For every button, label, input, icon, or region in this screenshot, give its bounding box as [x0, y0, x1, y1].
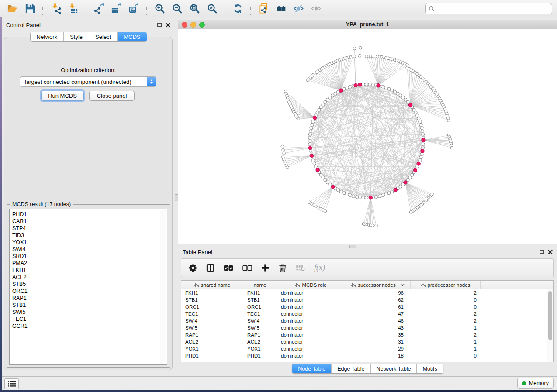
network-node[interactable] — [308, 133, 311, 136]
cell-successor-nodes[interactable]: 29 — [345, 346, 411, 351]
export-network-button[interactable] — [92, 2, 105, 15]
mcds-node[interactable] — [358, 83, 362, 86]
cell-name[interactable]: RAP1 — [243, 332, 277, 337]
network-node[interactable] — [314, 165, 317, 168]
mcds-result-item[interactable]: FKH1 — [12, 267, 158, 274]
network-node[interactable] — [331, 94, 334, 97]
network-node[interactable] — [387, 192, 391, 195]
network-node[interactable] — [365, 83, 368, 86]
network-node[interactable] — [391, 190, 394, 193]
cell-shared-name[interactable]: TEC1 — [181, 311, 243, 316]
network-node[interactable] — [282, 148, 285, 151]
cell-MCDS-role[interactable]: dominator — [277, 304, 345, 309]
network-node[interactable] — [355, 195, 358, 198]
new-network-from-selection-button[interactable] — [257, 2, 270, 15]
zoom-fit-button[interactable] — [188, 2, 201, 15]
network-list-button[interactable] — [4, 378, 19, 389]
network-node[interactable] — [352, 195, 355, 198]
cell-successor-nodes[interactable]: 47 — [345, 311, 411, 316]
import-network-button[interactable] — [49, 2, 62, 15]
network-node[interactable] — [311, 120, 315, 123]
network-node[interactable] — [324, 210, 327, 213]
mcds-result-item[interactable]: STB1 — [12, 302, 158, 309]
mcds-node[interactable] — [417, 162, 420, 165]
network-node[interactable] — [419, 159, 422, 162]
cell-successor-nodes[interactable]: 61 — [345, 304, 411, 309]
list-scrollbar[interactable] — [160, 210, 166, 364]
network-node[interactable] — [329, 183, 332, 186]
cell-successor-nodes[interactable]: 31 — [345, 339, 411, 344]
mcds-node[interactable] — [369, 196, 372, 199]
mcds-result-item[interactable]: PHD1 — [12, 211, 158, 218]
table-options-gear-button[interactable] — [189, 264, 197, 272]
network-node[interactable] — [375, 195, 378, 198]
network-node[interactable] — [353, 47, 356, 50]
cell-MCDS-role[interactable]: dominator — [277, 353, 345, 358]
import-table-button[interactable] — [66, 2, 80, 15]
cell-successor-nodes[interactable]: 18 — [345, 353, 411, 358]
network-node[interactable] — [286, 166, 289, 169]
cell-predecessor-nodes[interactable]: 2 — [411, 332, 481, 337]
mcds-node[interactable] — [339, 89, 343, 92]
table-row[interactable]: YOX1YOX1connector291 — [181, 345, 553, 352]
cell-shared-name[interactable]: FKH1 — [181, 290, 243, 296]
cell-successor-nodes[interactable]: 96 — [345, 290, 411, 296]
mcds-result-item[interactable]: YOX1 — [12, 239, 158, 246]
cell-name[interactable]: ACE2 — [243, 339, 277, 344]
float-table-panel-icon[interactable] — [540, 250, 544, 254]
tab-edge-table[interactable]: Edge Table — [331, 364, 370, 373]
cell-name[interactable]: FKH1 — [243, 290, 277, 296]
criterion-select[interactable]: largest connected component (undirected) — [20, 76, 156, 87]
tab-network-table[interactable]: Network Table — [370, 364, 417, 373]
mcds-node[interactable] — [404, 181, 407, 184]
column-header-shared-name[interactable]: shared name — [181, 281, 243, 289]
cell-successor-nodes[interactable]: 46 — [345, 318, 411, 323]
zoom-out-button[interactable] — [170, 2, 183, 15]
table-row[interactable]: ORC1ORC1dominator610 — [181, 303, 553, 310]
network-node[interactable] — [311, 159, 315, 162]
network-node[interactable] — [372, 83, 375, 86]
close-panel-button[interactable]: Close panel — [89, 91, 135, 101]
mcds-result-item[interactable]: PMA2 — [12, 260, 158, 267]
cell-shared-name[interactable]: ACE2 — [181, 339, 243, 344]
table-row[interactable]: PHD1PHD1dominator180 — [181, 352, 553, 359]
delete-column-button[interactable] — [279, 264, 287, 272]
network-node[interactable] — [420, 126, 423, 129]
table-row[interactable]: SWI4SWI4dominator462 — [181, 317, 553, 324]
network-node[interactable] — [401, 96, 405, 99]
table-row[interactable]: STB1STB1dominator620 — [181, 296, 553, 303]
first-neighbors-button[interactable] — [274, 2, 287, 15]
network-node[interactable] — [339, 190, 343, 193]
zoom-in-button[interactable] — [153, 2, 166, 15]
network-node[interactable] — [349, 194, 352, 197]
network-node[interactable] — [309, 130, 312, 133]
network-graph[interactable] — [178, 29, 557, 244]
cell-MCDS-role[interactable]: dominator — [277, 318, 345, 323]
mcds-node[interactable] — [354, 83, 357, 87]
network-node[interactable] — [381, 85, 384, 88]
network-node[interactable] — [359, 46, 362, 49]
cell-MCDS-role[interactable]: connector — [277, 339, 345, 344]
network-node[interactable] — [346, 86, 349, 89]
network-node[interactable] — [311, 123, 314, 126]
column-header-successor-nodes[interactable]: successor nodes — [345, 281, 411, 289]
cell-predecessor-nodes[interactable]: 2 — [411, 311, 481, 316]
cell-predecessor-nodes[interactable]: 1 — [411, 325, 481, 330]
zoom-selected-button[interactable] — [205, 2, 218, 15]
cell-successor-nodes[interactable]: 35 — [345, 332, 411, 337]
network-node[interactable] — [387, 87, 391, 90]
network-node[interactable] — [362, 83, 365, 86]
table-row[interactable]: ACE2ACE2connector311 — [181, 338, 553, 345]
mcds-node[interactable] — [421, 149, 424, 153]
mcds-node[interactable] — [413, 168, 417, 172]
network-node[interactable] — [416, 114, 419, 117]
close-table-panel-icon[interactable] — [548, 250, 553, 254]
search-box[interactable] — [425, 3, 552, 14]
vertical-splitter[interactable] — [175, 17, 178, 376]
mcds-result-item[interactable]: STB5 — [12, 281, 158, 288]
network-node[interactable] — [396, 92, 399, 95]
network-node[interactable] — [358, 54, 361, 57]
tab-network[interactable]: Network — [30, 32, 63, 41]
cell-name[interactable]: YOX1 — [243, 346, 277, 351]
network-node[interactable] — [414, 111, 417, 114]
